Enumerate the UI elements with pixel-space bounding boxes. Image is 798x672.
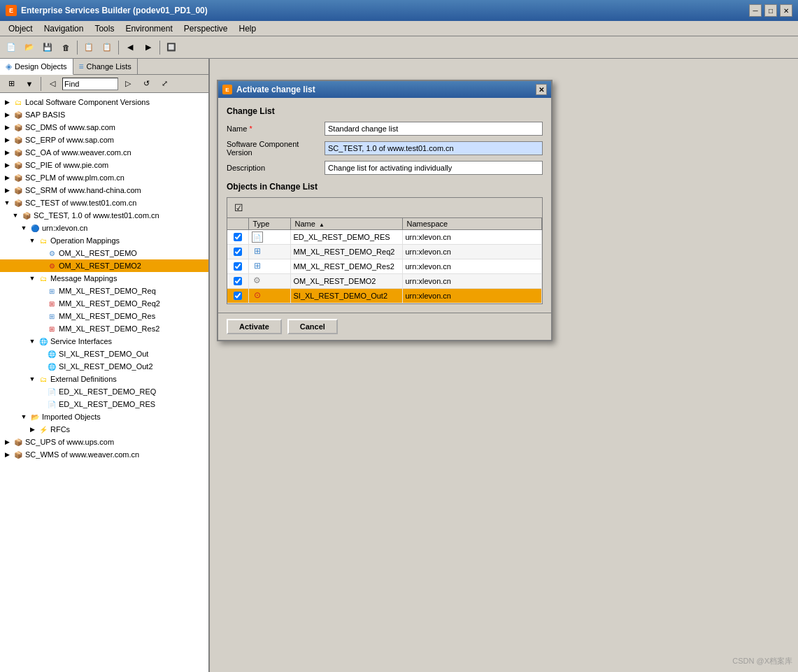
tree-item-msg-mappings[interactable]: ▼ 🗂 Message Mappings [0, 272, 208, 285]
tree-item-ed-res[interactable]: 📄 ED_XL_REST_DEMO_RES [0, 398, 208, 410]
open-button[interactable]: 📂 [21, 39, 38, 56]
tree-item-sc-pie[interactable]: ▶ 📦 SC_PIE of www.pie.com [0, 159, 208, 171]
description-input[interactable] [325, 161, 543, 175]
tab-design-objects[interactable]: ◈ Design Objects [0, 59, 73, 75]
tree-item-svc-interfaces[interactable]: ▼ 🌐 Service Interfaces [0, 335, 208, 348]
cell-check-1[interactable] [227, 230, 248, 245]
tree-item-sc-srm[interactable]: ▶ 📦 SC_SRM of www.hand-china.com [0, 184, 208, 196]
cell-check-3[interactable] [227, 259, 248, 274]
tab-change-lists[interactable]: ≡ Change Lists [73, 59, 138, 74]
tree-item-ext-defs[interactable]: ▼ 🗂 External Definitions [0, 373, 208, 385]
tree-item-urn-xlevon[interactable]: ▼ 🔵 urn:xlevon.cn [0, 222, 208, 234]
tree-item-sap-basis[interactable]: ▶ 📦 SAP BASIS [0, 108, 208, 121]
label-op-mappings: Operation Mappings [50, 236, 120, 245]
tree-item-imported[interactable]: ▼ 📂 Imported Objects [0, 410, 208, 423]
type-icon-mm3: ⊞ [252, 261, 263, 272]
tree-item-mm-res2[interactable]: ⊞ MM_XL_REST_DEMO_Res2 [0, 322, 208, 335]
table-row[interactable]: ⊞ MM_XL_REST_DEMO_Res2 urn:xlevon.cn [227, 259, 542, 274]
row2-checkbox[interactable] [234, 248, 242, 256]
icon-mm-res: ⊞ [46, 310, 57, 322]
menu-object[interactable]: Object [3, 22, 38, 35]
ltsep1 [41, 77, 41, 91]
arrow-sap-basis: ▶ [3, 111, 11, 118]
tree-item-op-mappings[interactable]: ▼ 🗂 Operation Mappings [0, 234, 208, 247]
objects-toolbar-btn[interactable]: ☑ [230, 199, 247, 216]
activate-button[interactable]: Activate [227, 319, 282, 334]
cancel-button[interactable]: Cancel [287, 319, 338, 334]
row1-checkbox[interactable] [234, 233, 242, 241]
cell-check-2[interactable] [227, 245, 248, 259]
toolbar: 📄 📂 💾 🗑 📋 📋 ◀ ▶ 🔲 [0, 36, 798, 59]
activate-dialog: E Activate change list ✕ Change List Nam… [217, 80, 553, 341]
filter-btn[interactable]: ⊞ [3, 76, 20, 92]
tree-item-sc-oa[interactable]: ▶ 📦 SC_OA of www.weaver.com.cn [0, 146, 208, 159]
cell-check-5[interactable] [227, 289, 248, 303]
prev-btn[interactable]: ◁ [44, 76, 61, 92]
tb-btn-6[interactable]: 📋 [99, 39, 115, 56]
icon-sc-test-10: 📦 [21, 210, 32, 221]
tree-item-sc-test-10[interactable]: ▼ 📦 SC_TEST, 1.0 of www.test01.com.cn [0, 209, 208, 222]
back-button[interactable]: ◀ [122, 39, 138, 56]
tree-item-rfcs[interactable]: ▶ ⚡ RFCs [0, 423, 208, 436]
new-button[interactable]: 📄 [3, 39, 20, 56]
change-list-section-title: Change List [227, 106, 543, 116]
type-icon-si5: ⊙ [252, 290, 263, 301]
icon-sc-oa: 📦 [13, 147, 24, 158]
left-toolbar: ⊞ ▼ ◁ ▷ ↺ ⤢ [0, 75, 208, 93]
find-input[interactable] [62, 78, 118, 90]
tree-item-si-out2[interactable]: 🌐 SI_XL_REST_DEMO_Out2 [0, 360, 208, 373]
tree-item-ed-req[interactable]: 📄 ED_XL_REST_DEMO_REQ [0, 385, 208, 398]
icon-mm-res2: ⊞ [46, 323, 57, 334]
tree-item-om-demo[interactable]: ⚙ OM_XL_REST_DEMO [0, 247, 208, 259]
delete-button[interactable]: 🗑 [57, 39, 74, 56]
row5-checkbox[interactable] [234, 292, 242, 300]
expand-btn[interactable]: ⤢ [156, 76, 173, 92]
col-type[interactable]: Type [248, 218, 290, 230]
find-next-btn[interactable]: ▷ [120, 76, 136, 92]
reset-find-btn[interactable]: ↺ [138, 76, 155, 92]
tree-item-sc-erp[interactable]: ▶ 📦 SC_ERP of www.sap.com [0, 134, 208, 146]
close-button[interactable]: ✕ [780, 4, 792, 17]
menu-help[interactable]: Help [233, 22, 262, 35]
cell-check-4[interactable] [227, 274, 248, 289]
tree-item-local-scv[interactable]: ▶ 🗂 Local Software Component Versions [0, 96, 208, 108]
tree-item-sc-wms[interactable]: ▶ 📦 SC_WMS of www.weaver.com.cn [0, 448, 208, 461]
tree-item-sc-plm[interactable]: ▶ 📦 SC_PLM of www.plm.com.cn [0, 171, 208, 184]
content-area: E Activate change list ✕ Change List Nam… [210, 59, 798, 672]
tree-item-si-out[interactable]: 🌐 SI_XL_REST_DEMO_Out [0, 348, 208, 360]
maximize-button[interactable]: □ [764, 4, 777, 17]
table-row[interactable]: ⊞ MM_XL_REST_DEMO_Req2 urn:xlevon.cn [227, 245, 542, 259]
name-input[interactable] [325, 122, 543, 136]
table-row[interactable]: ⊙ SI_XL_REST_DEMO_Out2 urn:xlevon.cn [227, 289, 542, 303]
col-namespace[interactable]: Namespace [402, 218, 542, 230]
icon-sc-ups: 📦 [13, 436, 24, 448]
tb-btn-5[interactable]: 📋 [80, 39, 97, 56]
label-si-out2: SI_XL_REST_DEMO_Out2 [59, 362, 153, 371]
save-button[interactable]: 💾 [39, 39, 56, 56]
dialog-icon: E [222, 85, 232, 94]
tb-btn-9[interactable]: 🔲 [163, 39, 180, 56]
minimize-button[interactable]: ─ [749, 4, 762, 17]
menu-environment[interactable]: Environment [120, 22, 178, 35]
table-row[interactable]: ⚙ OM_XL_REST_DEMO2 urn:xlevon.cn [227, 274, 542, 289]
row3-checkbox[interactable] [234, 262, 242, 271]
type-icon-om4: ⚙ [252, 276, 263, 287]
row4-checkbox[interactable] [234, 277, 242, 285]
tree-item-sc-dms[interactable]: ▶ 📦 SC_DMS of www.sap.com [0, 121, 208, 134]
table-row[interactable]: 📄 ED_XL_REST_DEMO_RES urn:xlevon.cn [227, 230, 542, 245]
tree-item-mm-req[interactable]: ⊞ MM_XL_REST_DEMO_Req [0, 285, 208, 297]
cell-type-1: 📄 [248, 230, 290, 245]
tree-item-mm-req2[interactable]: ⊞ MM_XL_REST_DEMO_Req2 [0, 297, 208, 310]
tab-bar: ◈ Design Objects ≡ Change Lists [0, 59, 208, 75]
tree-item-om-demo2[interactable]: ⚙ OM_XL_REST_DEMO2 [0, 259, 208, 272]
menu-navigation[interactable]: Navigation [38, 22, 90, 35]
tree-item-sc-ups[interactable]: ▶ 📦 SC_UPS of www.ups.com [0, 436, 208, 448]
menu-perspective[interactable]: Perspective [178, 22, 234, 35]
menu-tools[interactable]: Tools [89, 22, 120, 35]
tree-item-sc-test[interactable]: ▼ 📦 SC_TEST of www.test01.com.cn [0, 196, 208, 209]
filter-type-btn[interactable]: ▼ [21, 76, 38, 92]
forward-button[interactable]: ▶ [140, 39, 157, 56]
tree-item-mm-res[interactable]: ⊞ MM_XL_REST_DEMO_Res [0, 310, 208, 322]
col-name[interactable]: Name ▲ [290, 218, 402, 230]
dialog-close-button[interactable]: ✕ [536, 84, 547, 95]
